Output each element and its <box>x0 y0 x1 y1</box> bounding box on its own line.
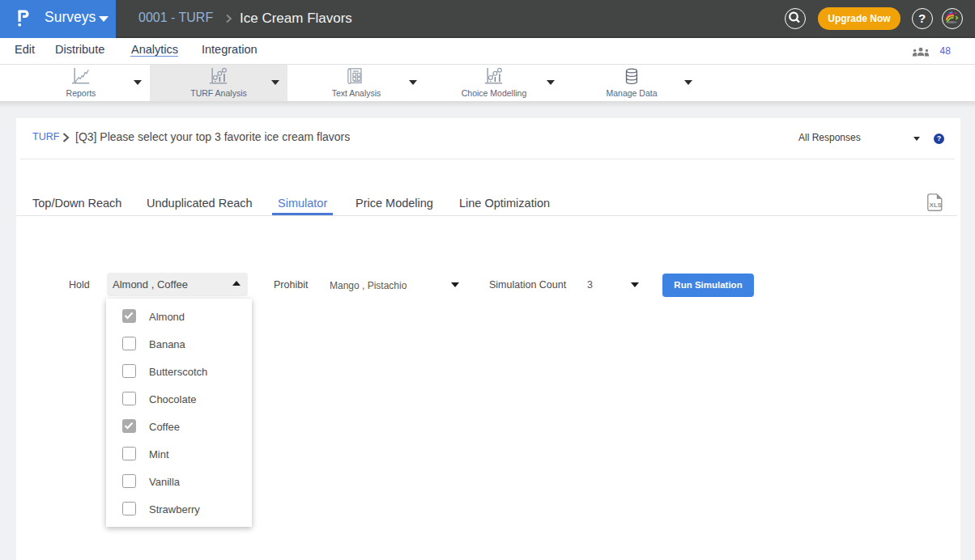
svg-text:XLS: XLS <box>929 202 942 209</box>
